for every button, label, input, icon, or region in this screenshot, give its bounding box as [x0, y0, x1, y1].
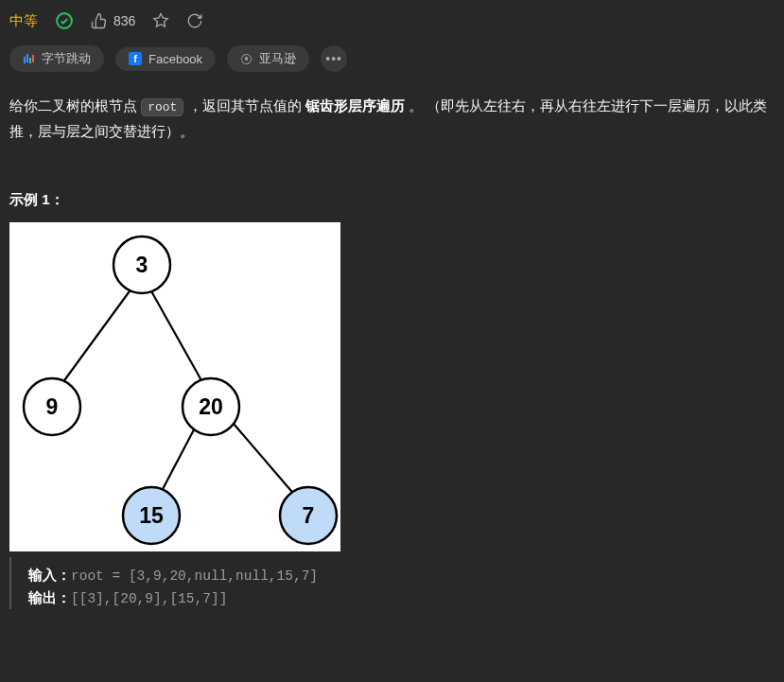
tag-label: Facebook — [148, 52, 202, 66]
difficulty-label: 中等 — [9, 12, 38, 30]
facebook-icon: f — [129, 52, 142, 65]
refresh-button[interactable] — [186, 12, 203, 29]
solved-check-icon — [55, 11, 74, 30]
input-label: 输入： — [28, 568, 71, 583]
example-codeblock: 输入：root = [3,9,20,null,null,15,7] 输出：[[3… — [9, 557, 775, 609]
desc-text: ，返回其节点值的 — [183, 97, 305, 114]
svg-text:20: 20 — [199, 394, 223, 419]
inline-code-root: root — [141, 98, 183, 116]
company-tags: 字节跳动 f Facebook ⦿ 亚马逊 ••• — [9, 38, 775, 89]
example-heading: 示例 1： — [9, 163, 775, 222]
desc-text: 给你二叉树的根节点 — [9, 97, 141, 114]
problem-header: 中等 836 — [9, 9, 775, 38]
svg-rect-2 — [26, 54, 28, 62]
tag-label: 字节跳动 — [42, 50, 91, 67]
svg-line-6 — [142, 274, 211, 397]
tag-bytedance[interactable]: 字节跳动 — [9, 45, 104, 72]
likes-count: 836 — [113, 13, 135, 28]
bytedance-icon — [23, 53, 35, 65]
like-button[interactable]: 836 — [91, 12, 135, 29]
favorite-button[interactable] — [152, 12, 169, 29]
more-tags-button[interactable]: ••• — [321, 45, 347, 72]
svg-text:7: 7 — [303, 503, 315, 528]
ellipsis-icon: ••• — [325, 51, 342, 66]
svg-text:15: 15 — [139, 503, 164, 528]
svg-line-5 — [52, 274, 142, 397]
amazon-icon: ⦿ — [240, 53, 253, 65]
desc-bold: 锯齿形层序遍历 — [305, 97, 405, 114]
svg-rect-1 — [24, 57, 26, 63]
example-input-line: 输入：root = [3,9,20,null,null,15,7] — [28, 565, 775, 586]
tag-label: 亚马逊 — [259, 50, 296, 67]
svg-text:3: 3 — [136, 253, 148, 277]
output-value: [[3],[20,9],[15,7]] — [71, 591, 227, 606]
example-output-line: 输出：[[3],[20,9],[15,7]] — [28, 587, 775, 609]
tag-amazon[interactable]: ⦿ 亚马逊 — [227, 45, 309, 72]
tag-facebook[interactable]: f Facebook — [115, 47, 216, 71]
problem-description: 给你二叉树的根节点 root ，返回其节点值的 锯齿形层序遍历 。 （即先从左往… — [9, 89, 775, 163]
svg-rect-3 — [29, 58, 31, 63]
example-tree-image: 3 9 20 15 7 — [9, 222, 340, 551]
output-label: 输出： — [28, 590, 71, 605]
svg-text:9: 9 — [46, 394, 59, 419]
input-value: root = [3,9,20,null,null,15,7] — [71, 568, 318, 584]
svg-rect-4 — [32, 55, 34, 62]
